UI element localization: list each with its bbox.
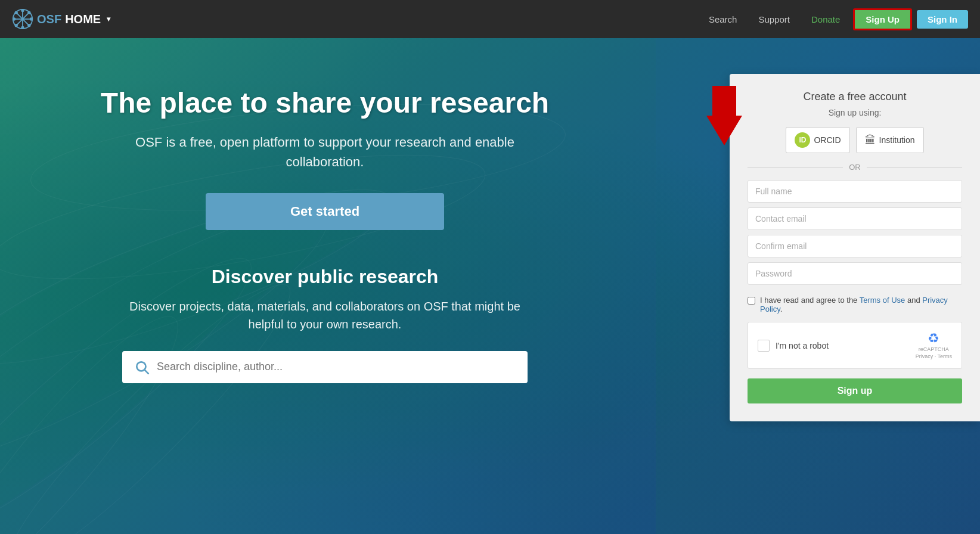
terms-of-use-link[interactable]: Terms of Use (860, 296, 905, 305)
institution-signup-button[interactable]: 🏛 Institution (856, 127, 924, 153)
brand-osf: OSF (37, 13, 61, 26)
orcid-signup-button[interactable]: iD ORCID (786, 127, 849, 153)
recaptcha-brand-text: reCAPTCHA (919, 346, 949, 353)
orcid-icon: iD (795, 132, 810, 148)
captcha-right: ♻ reCAPTCHA Privacy · Terms (916, 331, 952, 360)
password-input[interactable] (748, 262, 962, 285)
terms-text: I have read and agree to the Terms of Us… (760, 296, 962, 313)
confirm-email-input[interactable] (748, 235, 962, 257)
svg-point-6 (21, 27, 24, 29)
signup-methods: iD ORCID 🏛 Institution (748, 127, 962, 153)
captcha-box: I'm not a robot ♻ reCAPTCHA Privacy · Te… (748, 322, 962, 369)
svg-point-10 (28, 24, 30, 27)
search-input[interactable] (157, 361, 516, 373)
nav-signup-button[interactable]: Sign Up (853, 8, 912, 30)
institution-label: Institution (879, 135, 915, 145)
svg-line-25 (145, 370, 148, 373)
search-icon (134, 359, 150, 375)
red-arrow-annotation (706, 86, 742, 148)
captcha-left: I'm not a robot (758, 340, 829, 352)
contact-email-input[interactable] (748, 207, 962, 230)
full-name-input[interactable] (748, 180, 962, 203)
signup-panel: Create a free account Sign up using: iD … (730, 74, 980, 421)
orcid-label: ORCID (814, 135, 841, 145)
hero-section: The place to share your research OSF is … (0, 38, 980, 534)
hero-subtitle: OSF is a free, open platform to support … (116, 132, 534, 172)
nav-support-link[interactable]: Support (750, 11, 798, 28)
hero-content: The place to share your research OSF is … (0, 38, 626, 419)
captcha-label: I'm not a robot (776, 341, 829, 350)
svg-point-12 (15, 24, 17, 27)
nav-donate-link[interactable]: Donate (803, 11, 848, 28)
terms-checkbox[interactable] (748, 297, 755, 305)
svg-point-9 (15, 11, 17, 14)
signup-panel-title: Create a free account (748, 91, 962, 103)
navbar: OSFHOME ▾ Search Support Donate Sign Up … (0, 0, 980, 38)
terms-row: I have read and agree to the Terms of Us… (748, 296, 962, 313)
hero-title: The place to share your research (101, 86, 549, 120)
svg-point-8 (30, 18, 33, 20)
nav-links: Search Support Donate Sign Up Sign In (700, 8, 968, 30)
brand-logo[interactable]: OSFHOME ▾ (12, 8, 110, 30)
institution-icon: 🏛 (865, 134, 876, 147)
brand-home-text: HOME (65, 13, 101, 26)
nav-search-link[interactable]: Search (700, 11, 746, 28)
signup-form-button[interactable]: Sign up (748, 378, 962, 403)
brand-caret-icon: ▾ (107, 15, 110, 23)
svg-marker-26 (706, 86, 742, 145)
nav-signin-button[interactable]: Sign In (917, 10, 968, 29)
signup-panel-subtitle: Sign up using: (748, 108, 962, 117)
search-bar (122, 351, 528, 383)
hero-discover-title: Discover public research (212, 266, 439, 288)
or-divider: OR (748, 163, 962, 172)
svg-point-5 (21, 10, 24, 12)
svg-point-7 (13, 18, 15, 20)
captcha-checkbox[interactable] (758, 340, 770, 352)
recaptcha-logo-icon: ♻ (928, 331, 939, 346)
recaptcha-sub-text: Privacy · Terms (916, 353, 952, 361)
get-started-button[interactable]: Get started (206, 193, 444, 230)
osf-snowflake-icon (12, 8, 33, 30)
hero-discover-text: Discover projects, data, materials, and … (122, 297, 528, 333)
svg-point-11 (28, 11, 30, 14)
